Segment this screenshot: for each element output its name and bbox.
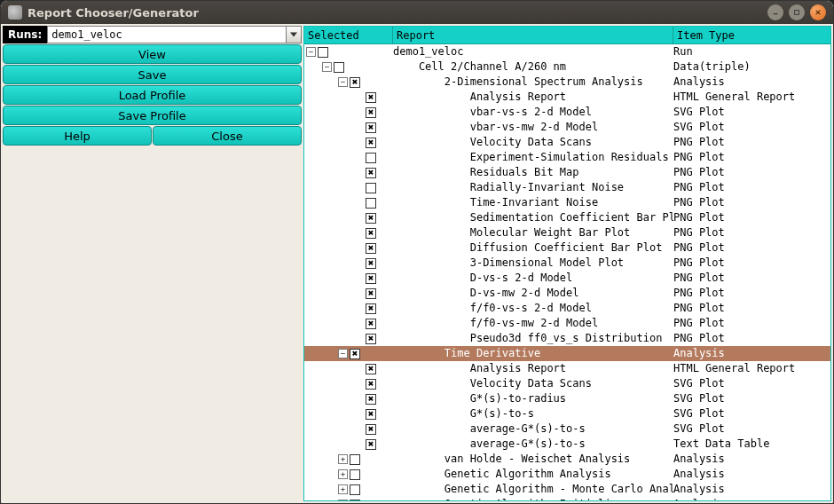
checkbox[interactable]: ✖ bbox=[350, 349, 360, 359]
runs-select[interactable] bbox=[47, 26, 302, 43]
close-button[interactable]: Close bbox=[153, 126, 302, 146]
tree-row[interactable]: −✖ 2-Dimensional Spectrum AnalysisAnalys… bbox=[304, 75, 830, 90]
tree-row-selected-cell: ✖ bbox=[304, 256, 393, 271]
load-profile-button[interactable]: Load Profile bbox=[3, 85, 302, 105]
checkbox[interactable]: ✖ bbox=[366, 228, 376, 239]
expand-icon[interactable]: + bbox=[338, 454, 348, 464]
tree-row-selected-cell: ✖ bbox=[304, 120, 393, 135]
header-selected[interactable]: Selected bbox=[304, 27, 393, 43]
save-button[interactable]: Save bbox=[3, 65, 302, 84]
tree-row[interactable]: + van Holde - Weischet AnalysisAnalysis bbox=[304, 452, 830, 467]
checkbox[interactable]: ✖ bbox=[366, 213, 376, 224]
save-profile-button[interactable]: Save Profile bbox=[3, 106, 302, 125]
tree-row-item-type: PNG Plot bbox=[673, 271, 830, 286]
tree-row[interactable]: + Genetic Algorithm InitializeAnalysis bbox=[304, 497, 830, 500]
tree-row[interactable]: ✖ Sedimentation Coefficient Bar PlotPNG … bbox=[304, 210, 830, 225]
header-report[interactable]: Report bbox=[393, 27, 673, 43]
collapse-icon[interactable]: − bbox=[322, 62, 332, 72]
tree-row-item-type: PNG Plot bbox=[673, 150, 830, 165]
expand-icon[interactable]: + bbox=[338, 500, 348, 500]
checkbox[interactable]: ✖ bbox=[350, 77, 360, 88]
tree-row-item-type: SVG Plot bbox=[673, 406, 830, 421]
checkbox[interactable] bbox=[350, 484, 360, 495]
tree-row[interactable]: ✖ vbar-vs-s 2-d ModelSVG Plot bbox=[304, 105, 830, 120]
collapse-icon[interactable]: − bbox=[306, 47, 316, 57]
tree-row-report: Velocity Data Scans bbox=[393, 135, 673, 150]
collapse-icon[interactable]: − bbox=[338, 349, 348, 358]
checkbox[interactable]: ✖ bbox=[366, 258, 376, 269]
checkbox[interactable]: ✖ bbox=[366, 394, 376, 405]
tree-row[interactable]: ✖ Velocity Data ScansSVG Plot bbox=[304, 376, 830, 391]
checkbox[interactable]: ✖ bbox=[366, 168, 376, 178]
runs-input[interactable] bbox=[47, 26, 286, 43]
checkbox[interactable]: ✖ bbox=[366, 122, 376, 133]
tree-row[interactable]: ✖ Residuals Bit MapPNG Plot bbox=[304, 165, 830, 180]
window-minimize-button[interactable] bbox=[767, 4, 783, 20]
tree-row[interactable]: ✖ G*(s)-to-radiusSVG Plot bbox=[304, 391, 830, 406]
checkbox[interactable] bbox=[318, 47, 328, 58]
header-item-type[interactable]: Item Type bbox=[673, 27, 830, 43]
tree-row[interactable]: ✖ Velocity Data ScansPNG Plot bbox=[304, 135, 830, 150]
tree-row-report: Radially-Invariant Noise bbox=[393, 180, 673, 195]
tree-row[interactable]: ✖ Analysis ReportHTML General Report bbox=[304, 90, 830, 105]
checkbox[interactable]: ✖ bbox=[366, 334, 376, 344]
runs-dropdown-button[interactable] bbox=[286, 26, 302, 43]
expand-icon[interactable]: + bbox=[338, 469, 348, 479]
tree-row[interactable]: ✖ f/f0-vs-s 2-d ModelPNG Plot bbox=[304, 301, 830, 316]
tree-row-selected-cell: ✖ bbox=[304, 376, 393, 391]
tree-row-report: van Holde - Weischet Analysis bbox=[393, 452, 673, 467]
checkbox[interactable] bbox=[366, 183, 376, 193]
checkbox[interactable] bbox=[350, 500, 360, 501]
expand-icon[interactable]: + bbox=[338, 484, 348, 494]
tree-row[interactable]: Radially-Invariant NoisePNG Plot bbox=[304, 180, 830, 195]
collapse-icon[interactable]: − bbox=[338, 77, 348, 87]
tree-row[interactable]: ✖ average-G*(s)-to-sText Data Table bbox=[304, 437, 830, 452]
tree-body[interactable]: −demo1_velocRun− Cell 2/Channel A/260 nm… bbox=[304, 44, 830, 500]
window-close-button[interactable] bbox=[810, 4, 826, 20]
tree-row[interactable]: ✖ Analysis ReportHTML General Report bbox=[304, 361, 830, 376]
checkbox[interactable]: ✖ bbox=[366, 439, 376, 450]
tree-row[interactable]: − Cell 2/Channel A/260 nmData(triple) bbox=[304, 59, 830, 75]
checkbox[interactable]: ✖ bbox=[366, 379, 376, 390]
tree-row[interactable]: ✖ 3-Dimensional Model PlotPNG Plot bbox=[304, 256, 830, 271]
tree-row[interactable]: Time-Invariant NoisePNG Plot bbox=[304, 195, 830, 210]
checkbox[interactable] bbox=[334, 62, 344, 73]
tree-row-item-type: PNG Plot bbox=[673, 286, 830, 301]
tree-row[interactable]: ✖ Diffusion Coefficient Bar PlotPNG Plot bbox=[304, 240, 830, 256]
checkbox[interactable]: ✖ bbox=[366, 424, 376, 435]
checkbox[interactable] bbox=[366, 153, 376, 163]
tree-row[interactable]: ✖ G*(s)-to-sSVG Plot bbox=[304, 406, 830, 421]
tree-row[interactable]: + Genetic Algorithm - Monte Carlo Analys… bbox=[304, 482, 830, 497]
checkbox[interactable]: ✖ bbox=[366, 92, 376, 103]
checkbox[interactable]: ✖ bbox=[366, 364, 376, 374]
checkbox[interactable] bbox=[366, 198, 376, 209]
checkbox[interactable]: ✖ bbox=[366, 303, 376, 314]
checkbox[interactable]: ✖ bbox=[366, 243, 376, 254]
tree-row-selected-cell: − bbox=[304, 44, 393, 59]
tree-row[interactable]: Experiment-Simulation ResidualsPNG Plot bbox=[304, 150, 830, 165]
tree-row[interactable]: ✖ D-vs-s 2-d ModelPNG Plot bbox=[304, 271, 830, 286]
checkbox[interactable]: ✖ bbox=[366, 138, 376, 148]
checkbox[interactable]: ✖ bbox=[366, 409, 376, 420]
tree-row-selected-cell: + bbox=[304, 482, 393, 497]
view-button[interactable]: View bbox=[3, 44, 302, 64]
checkbox[interactable]: ✖ bbox=[366, 107, 376, 118]
tree-row[interactable]: ✖ Pseudo3d ff0_vs_s DistributionPNG Plot bbox=[304, 331, 830, 346]
tree-row-item-type: Data(triple) bbox=[673, 59, 830, 75]
tree-row[interactable]: −demo1_velocRun bbox=[304, 44, 830, 59]
checkbox[interactable]: ✖ bbox=[366, 288, 376, 299]
tree-row[interactable]: −✖ Time DerivativeAnalysis bbox=[304, 346, 830, 361]
tree-row[interactable]: ✖ average-G*(s)-to-sSVG Plot bbox=[304, 421, 830, 437]
tree-row[interactable]: + Genetic Algorithm AnalysisAnalysis bbox=[304, 467, 830, 482]
tree-row[interactable]: ✖ vbar-vs-mw 2-d ModelSVG Plot bbox=[304, 120, 830, 135]
tree-row[interactable]: ✖ Molecular Weight Bar PlotPNG Plot bbox=[304, 225, 830, 240]
checkbox[interactable] bbox=[350, 454, 360, 465]
tree-row[interactable]: ✖ D-vs-mw 2-d ModelPNG Plot bbox=[304, 286, 830, 301]
tree-row[interactable]: ✖ f/f0-vs-mw 2-d ModelPNG Plot bbox=[304, 316, 830, 331]
window-root: Report Chooser/Generator Runs: View Save… bbox=[0, 0, 834, 504]
checkbox[interactable]: ✖ bbox=[366, 319, 376, 329]
checkbox[interactable]: ✖ bbox=[366, 273, 376, 284]
help-button[interactable]: Help bbox=[3, 126, 152, 146]
checkbox[interactable] bbox=[350, 469, 360, 480]
window-maximize-button[interactable] bbox=[789, 4, 805, 20]
